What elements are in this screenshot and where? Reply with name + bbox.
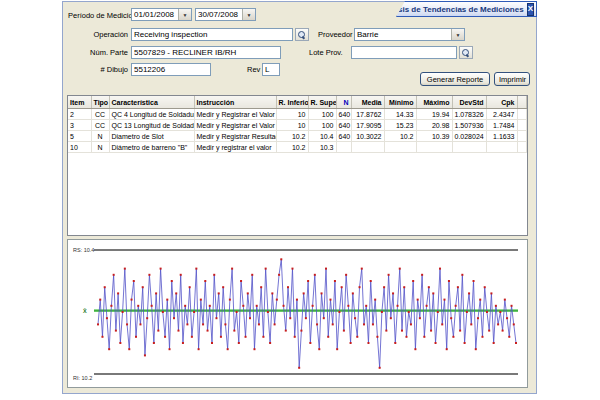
table-cell: 5: [68, 131, 91, 142]
table-cell: Medir y Registrar el Valor: [194, 109, 276, 120]
column-header: Mínimo: [384, 96, 416, 109]
table-cell: 19.94: [416, 109, 452, 120]
date-from-combobox[interactable]: 01/01/2008 ▼: [131, 8, 192, 21]
search-icon: [462, 49, 470, 57]
column-header: Instrucción: [194, 96, 276, 109]
table-cell: 640: [336, 131, 351, 142]
svg-text:RI: 10.2: RI: 10.2: [73, 375, 92, 381]
table-header-row: ItemTipoCaracterísticaInstrucciónR. Infe…: [68, 96, 527, 109]
column-header: Media: [351, 96, 384, 109]
table-cell: Diámetro de barreno "B": [109, 142, 194, 153]
num-parte-label: Núm. Parte: [63, 48, 128, 57]
rev-label: Rev: [247, 65, 260, 74]
column-header: R. Inferior: [276, 96, 308, 109]
table-cell: [452, 142, 486, 153]
operation-label: Operación: [63, 30, 128, 39]
rev-input[interactable]: [262, 63, 280, 76]
table-cell: 2.4347: [486, 109, 517, 120]
table-cell: 1.1633: [486, 131, 517, 142]
table-cell: 100: [308, 109, 336, 120]
column-header: Máximo: [416, 96, 452, 109]
table-cell: CC: [91, 120, 109, 131]
lote-prov-search-button[interactable]: [459, 46, 473, 59]
screen: Análisis de Tendencias de Mediciones X P…: [0, 0, 600, 400]
table-cell: 10.2: [276, 142, 308, 153]
table-cell: 0.028024: [452, 131, 486, 142]
num-parte-input[interactable]: [131, 46, 281, 59]
table-cell: 640: [336, 120, 351, 131]
table-cell: QC 4 Longitud de Soldadura: [109, 109, 194, 120]
chevron-down-icon[interactable]: ▼: [242, 9, 255, 20]
table-cell: 10.3022: [351, 131, 384, 142]
chevron-down-icon[interactable]: ▼: [451, 29, 464, 40]
table-cell: [384, 142, 416, 153]
table-cell: CC: [91, 109, 109, 120]
trend-chart: RS: 10.4RI: 10.2X̄: [67, 239, 528, 388]
table-cell: QC 13 Longitud de Soldadura: [109, 120, 194, 131]
table-cell: 17.8762: [351, 109, 384, 120]
table-cell: 100: [308, 120, 336, 131]
column-header: Tipo: [91, 96, 109, 109]
svg-text:RS: 10.4: RS: 10.4: [73, 247, 94, 253]
proveedor-combobox[interactable]: Barrie ▼: [354, 28, 465, 41]
table-cell: [486, 142, 517, 153]
table-cell: Medir y Registrar Resultados: [194, 131, 276, 142]
dibujo-input[interactable]: [131, 63, 211, 76]
table-cell: N: [91, 131, 109, 142]
table-cell: Diametro de Slot: [109, 131, 194, 142]
table-cell: [351, 142, 384, 153]
lote-prov-label: Lote Prov.: [309, 48, 343, 57]
table-cell: 1.078326: [452, 109, 486, 120]
table-cell: 17.9095: [351, 120, 384, 131]
operation-input[interactable]: [131, 28, 293, 41]
dibujo-label: # Dibujo: [63, 65, 128, 74]
chevron-down-icon[interactable]: ▼: [178, 9, 191, 20]
date-to-value: 30/07/2008: [196, 10, 238, 19]
table-cell: 1.507936: [452, 120, 486, 131]
page-title: Análisis de Tendencias de Mediciones: [378, 5, 523, 14]
table-cell: 15.23: [384, 120, 416, 131]
column-header: Cpk: [486, 96, 517, 109]
table-cell: 10: [68, 142, 91, 153]
date-to-combobox[interactable]: 30/07/2008 ▼: [195, 8, 256, 21]
proveedor-value: Barrie: [355, 30, 378, 39]
table-cell: N: [91, 142, 109, 153]
table-cell: Medir y Registrar el Valor: [194, 120, 276, 131]
imprimir-button[interactable]: Imprimir: [494, 72, 530, 86]
table-cell: 10: [276, 109, 308, 120]
table-cell: 10.2: [384, 131, 416, 142]
column-header: Item: [68, 96, 91, 109]
table-cell: 10.39: [416, 131, 452, 142]
table-cell: 10: [276, 120, 308, 131]
table-row[interactable]: 10NDiámetro de barreno "B"Medir y regist…: [68, 142, 527, 153]
table-cell: 3: [68, 120, 91, 131]
control-chart-canvas: RS: 10.4RI: 10.2X̄: [68, 240, 527, 387]
table-row[interactable]: 2CCQC 4 Longitud de SoldaduraMedir y Reg…: [68, 109, 527, 120]
table-row[interactable]: 3CCQC 13 Longitud de SoldaduraMedir y Re…: [68, 120, 527, 131]
column-header: DevStd: [452, 96, 486, 109]
generar-reporte-button[interactable]: Generar Reporte: [420, 72, 490, 86]
close-icon[interactable]: X: [527, 3, 534, 16]
table-cell: 20.98: [416, 120, 452, 131]
table-cell: 14.33: [384, 109, 416, 120]
svg-text:X̄: X̄: [83, 308, 87, 314]
table-cell: 2: [68, 109, 91, 120]
results-table: ItemTipoCaracterísticaInstrucciónR. Infe…: [67, 95, 528, 236]
window-title-bar: Análisis de Tendencias de Mediciones X: [396, 1, 537, 17]
table-cell: [416, 142, 452, 153]
proveedor-label: Proveedor: [318, 30, 353, 39]
table-row[interactable]: 5NDiametro de SlotMedir y Registrar Resu…: [68, 131, 527, 142]
table-cell: 1.7484: [486, 120, 517, 131]
table-cell: 10.2: [276, 131, 308, 142]
lote-prov-input[interactable]: [351, 46, 457, 59]
table-cell: 10.3: [308, 142, 336, 153]
column-header: N: [336, 96, 351, 109]
column-header: R. Superior: [308, 96, 336, 109]
operation-search-button[interactable]: [295, 28, 309, 41]
column-header: Característica: [109, 96, 194, 109]
table-cell: 640: [336, 109, 351, 120]
table-cell: [336, 142, 351, 153]
analysis-window: Análisis de Tendencias de Mediciones X P…: [62, 1, 537, 394]
search-icon: [298, 31, 306, 39]
table-cell: Medir y registrar el valor: [194, 142, 276, 153]
